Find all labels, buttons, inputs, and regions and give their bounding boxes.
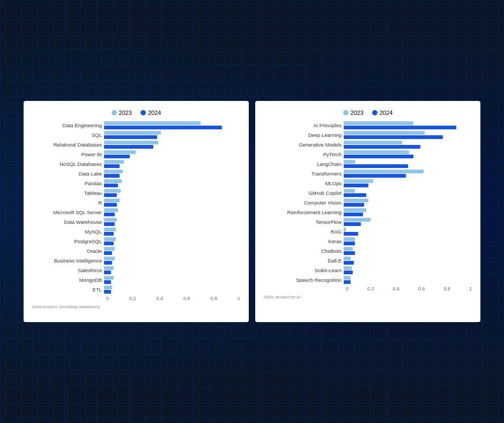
bar-row: PyTorch [264,150,472,158]
bar-2023 [344,141,402,144]
bar-2024 [104,184,118,187]
bar-group [344,276,351,284]
bar-row: Oracle [32,247,240,255]
bar-2024 [344,280,351,284]
bar-row: NoSQL Databases [32,160,240,168]
bar-row: Data Warehouse [32,218,240,226]
bar-2023 [344,208,366,212]
bar-label: Data Warehouse [32,219,102,225]
bar-2024 [344,242,355,245]
bar-group [104,266,114,274]
bar-2024 [344,126,456,129]
bar-label: MongoDB [32,277,102,283]
x-tick: 0 [106,296,109,301]
bar-2024 [104,280,111,284]
bar-2024 [344,164,408,168]
bar-2023 [344,160,355,164]
bar-row: Data Engineering [32,121,240,129]
bar-2023 [104,247,115,251]
x-tick: 1 [238,296,240,301]
bar-2024 [344,174,406,178]
bar-row: R [32,199,240,207]
bar-2024 [104,222,115,226]
bar-label: ETL [32,287,102,293]
chart1-bars: Data EngineeringSQLRelational DatabasesP… [32,121,240,294]
bar-group [104,237,116,245]
bar-2023 [104,286,112,289]
bar-group [104,276,114,284]
bar-group [104,131,161,139]
bar-label: Keras [264,238,342,244]
x-tick: 0.4 [156,296,163,301]
bar-row: MySQL [32,228,240,236]
bar-2024 [104,232,114,236]
bar-2024 [344,222,361,226]
bar-2024 [104,261,112,265]
bar-group [104,199,120,207]
bar-2024 [104,126,222,129]
bar-row: Relational Databases [32,141,240,149]
bar-2023 [344,237,355,241]
bar-2023 [344,228,346,231]
bar-2023 [344,189,355,193]
bar-row: MLOps [264,179,472,187]
bar-2023 [104,170,123,173]
bar-label: Oracle [32,248,102,254]
bar-group [344,237,355,245]
x-tick: 0.2 [129,296,136,301]
bar-2023 [344,150,409,154]
bar-2023 [104,160,124,164]
bar-2024 [104,271,111,274]
bar-2024 [344,184,368,187]
bar-2024 [104,155,130,158]
x-tick: 0.6 [183,296,190,301]
chart2-legend: 2023 2024 [264,110,472,116]
x-tick: 0.2 [367,286,374,291]
bar-label: SQL [32,132,102,138]
bar-2023 [104,218,117,222]
bar-label: Business Intelligence [32,258,102,264]
bar-label: RAG [264,229,342,235]
bar-2023 [104,228,116,231]
bar-2024 [104,242,114,245]
bar-group [344,150,413,158]
bar-2023 [344,121,413,125]
bar-label: Microsoft SQL Server [32,209,102,215]
bar-group [104,141,158,149]
bar-label: Chatbots [264,248,342,254]
bar-row: Deep Learning [264,131,472,139]
bar-2023 [344,257,351,260]
chart2-xaxis: 00.20.40.60.81 [264,286,472,291]
bar-label: TensorFlow [264,219,342,225]
chart1-wrapper: Data EngineeringSQLRelational DatabasesP… [32,121,240,301]
bar-2023 [344,276,351,280]
chart2-legend-label-2023: 2023 [351,110,364,116]
bar-row: Generative Models [264,141,472,149]
bar-group [104,179,122,187]
bar-label: Tableau [32,190,102,196]
bar-row: Scikit-Learn [264,266,472,274]
bar-group [104,150,136,158]
bar-group [344,179,373,187]
bar-group [344,199,368,207]
bar-label: Reinforcement Learning [264,209,342,215]
bar-row: LangChain [264,160,472,168]
chart1-card: 2023 2024 Data EngineeringSQLRelational … [24,101,249,322]
bar-2024 [344,155,413,158]
chart2-caption: Skills needed for AI [264,295,472,300]
chart2-legend-dot-2023 [343,110,349,115]
x-tick: 1 [469,286,472,291]
bar-group [344,218,370,226]
chart2-wrapper: AI PrinciplesDeep LearningGenerative Mod… [264,121,472,291]
bar-row: TensorFlow [264,218,472,226]
x-tick: 0.8 [443,286,450,291]
bar-2023 [104,150,136,154]
x-tick: 0.6 [418,286,425,291]
bar-group [344,247,355,255]
legend-dot-2024 [140,110,146,115]
bar-group [344,208,366,216]
bar-row: SQL [32,131,240,139]
bar-row: PostgreSQL [32,237,240,245]
bar-2023 [104,141,158,144]
bar-row: AI Principles [264,121,472,129]
